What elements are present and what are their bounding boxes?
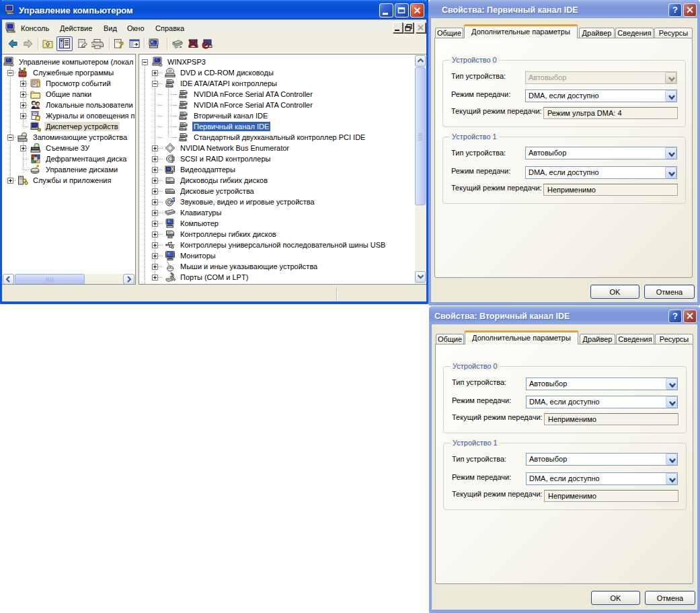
svg-text:?: ?	[118, 40, 124, 49]
